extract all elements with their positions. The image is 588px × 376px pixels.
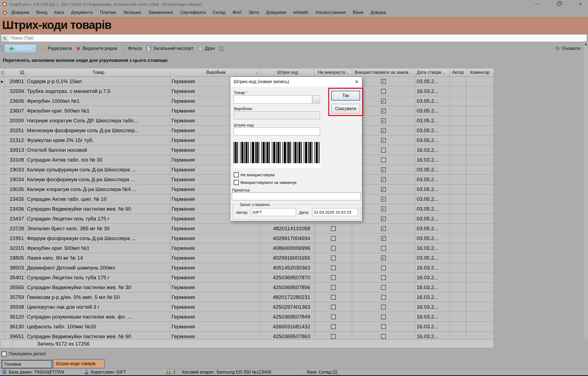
table-row[interactable]: 39651 Супрадин Ведмежуйки пастилки жев. …	[0, 332, 494, 339]
use-default-checkbox[interactable]	[381, 324, 386, 329]
not-used-checkbox[interactable]	[331, 236, 336, 241]
refresh-button[interactable]: ↻ Оновити	[555, 43, 581, 54]
use-default-checkbox[interactable]	[381, 246, 386, 251]
manufacturer-input[interactable]	[234, 111, 320, 119]
column-header-id[interactable]: ІД	[5, 68, 26, 76]
not-used-checkbox[interactable]	[331, 305, 336, 310]
table-row[interactable]: 18805 Лазея капс. 80 мг № 14 Германия 40…	[0, 253, 494, 263]
use-default-checkbox[interactable]	[381, 285, 386, 290]
show-details-checkbox[interactable]: Показувати деталі	[2, 351, 46, 356]
menu-item-13[interactable]: eHealth	[293, 10, 308, 15]
use-default-checkbox[interactable]	[381, 314, 386, 319]
use-default-checkbox[interactable]	[381, 118, 386, 123]
use-default-checkbox[interactable]	[381, 79, 386, 84]
use-default-checkbox[interactable]	[381, 226, 386, 231]
barcode-input[interactable]	[234, 128, 320, 135]
use-default-checkbox[interactable]	[381, 167, 386, 172]
column-header-manufacturer[interactable]: Виробник△	[170, 68, 261, 76]
not-used-checkbox[interactable]	[331, 285, 336, 290]
menu-item-1[interactable]: Довідник	[11, 10, 29, 15]
use-default-checkbox[interactable]	[381, 108, 386, 113]
search-input[interactable]	[8, 35, 587, 41]
use-default-dialog-checkbox[interactable]: Використовувати за замовчує	[234, 180, 297, 185]
menu-item-8[interactable]: Сертифікати	[180, 10, 206, 15]
cancel-button[interactable]: Скасувати	[331, 104, 360, 114]
ok-button[interactable]: Так	[331, 91, 360, 101]
menu-item-7[interactable]: Замовлення	[148, 10, 173, 15]
column-header-use-default[interactable]: Використовувати за замов...	[352, 68, 415, 76]
tab-product-barcodes[interactable]: Штрих-коди товарів	[53, 359, 105, 368]
menu-item-6[interactable]: Залишки	[123, 10, 141, 15]
column-chooser-header[interactable]	[0, 68, 5, 76]
scroll-up-icon[interactable]: ▲	[584, 41, 588, 46]
author-input[interactable]	[251, 208, 296, 216]
close-button[interactable]: ✕	[577, 1, 584, 7]
note-input[interactable]	[232, 192, 361, 200]
table-row[interactable]: 36130 Цефасель табл. 100мкг №20 Германия…	[0, 322, 494, 332]
not-used-checkbox[interactable]	[331, 265, 336, 270]
not-used-checkbox[interactable]	[331, 334, 336, 339]
menu-item-9[interactable]: Склад	[213, 10, 225, 15]
menu-item-3[interactable]: Каса	[54, 10, 64, 15]
add-button[interactable]: + Додати	[4, 44, 36, 53]
use-default-checkbox[interactable]	[381, 128, 386, 133]
delete-row-button[interactable]: ✖ Видалити рядок	[76, 46, 117, 51]
not-used-checkbox[interactable]	[331, 295, 336, 300]
not-used-checkbox[interactable]	[331, 324, 336, 329]
menu-item-12[interactable]: Довідники	[266, 10, 286, 15]
restore-button[interactable]	[555, 1, 562, 7]
use-default-checkbox[interactable]	[381, 138, 386, 143]
column-list-icon[interactable]	[219, 46, 223, 51]
use-default-checkbox[interactable]	[381, 334, 386, 339]
menu-item-2[interactable]: Вихід	[36, 10, 47, 15]
vertical-scrollbar[interactable]: ▲	[584, 41, 588, 339]
product-input[interactable]	[234, 95, 312, 104]
not-used-checkbox[interactable]	[331, 256, 336, 260]
column-header-created[interactable]: Дата створе...	[415, 68, 450, 76]
column-header-barcode[interactable]: Штрих код	[261, 68, 315, 76]
menu-item-15[interactable]: Вікна	[353, 10, 363, 15]
minimize-button[interactable]: —	[533, 1, 541, 7]
use-default-checkbox[interactable]	[381, 148, 386, 153]
table-row[interactable]: 35938 Циклокутан лак для ногтей 3 г Герм…	[0, 302, 494, 312]
product-lookup-button[interactable]: ...	[313, 95, 320, 104]
use-default-checkbox[interactable]	[381, 236, 386, 241]
tab-home[interactable]: Головна	[2, 360, 52, 368]
menu-item-4[interactable]: Документи	[71, 10, 93, 15]
use-default-checkbox[interactable]	[381, 216, 386, 221]
use-default-checkbox[interactable]	[381, 275, 386, 280]
use-default-checkbox[interactable]	[381, 177, 386, 182]
use-default-checkbox[interactable]	[381, 197, 386, 202]
table-row[interactable]: 35759 Гемаксам р-р д/ин. 5% амп. 5 мл № …	[0, 292, 494, 302]
menu-item-11[interactable]: Звіти	[248, 10, 259, 15]
use-default-checkbox[interactable]	[381, 265, 386, 270]
use-default-checkbox[interactable]	[381, 207, 386, 211]
column-header-author[interactable]: Автор	[450, 68, 466, 76]
use-default-checkbox[interactable]	[381, 89, 386, 94]
use-default-checkbox[interactable]	[381, 295, 386, 300]
use-default-checkbox[interactable]	[381, 256, 386, 260]
table-row[interactable]: 32315 Фрезубин ориг. 500мл №1 Германия 4…	[0, 243, 494, 253]
print-button[interactable]: Друк	[198, 46, 215, 51]
table-row[interactable]: 23728 Эпигалин брест капс. 385 мг № 30 Г…	[0, 224, 494, 234]
menu-item-14[interactable]: Налаштування	[316, 10, 346, 15]
dialog-close-icon[interactable]: ✕	[355, 79, 359, 84]
use-default-checkbox[interactable]	[381, 99, 386, 104]
not-used-checkbox[interactable]	[331, 226, 336, 231]
column-header-not-used[interactable]: Не використо...	[315, 68, 352, 76]
table-row[interactable]: 38503 Дермифант Детский шампунь 200мл Ге…	[0, 263, 494, 273]
filter-button[interactable]: Фільтр	[121, 46, 142, 52]
not-used-checkbox[interactable]	[331, 275, 336, 280]
toolbar-grip[interactable]	[1, 45, 3, 52]
menu-item-5[interactable]: Платежі	[100, 10, 116, 15]
date-input[interactable]	[312, 208, 358, 216]
not-used-checkbox[interactable]	[331, 246, 336, 251]
column-header-comment[interactable]: Коментар	[466, 68, 494, 76]
use-default-checkbox[interactable]	[381, 305, 386, 310]
use-default-checkbox[interactable]	[381, 187, 386, 192]
table-row[interactable]: 36120 Супрадин розумняшки пастилки жев. …	[0, 312, 494, 322]
menu-item-10[interactable]: Філії	[232, 10, 241, 15]
edit-button[interactable]: ✎ Редагувати	[41, 45, 72, 52]
not-used-dialog-checkbox[interactable]: Не використовува	[234, 172, 275, 177]
not-used-checkbox[interactable]	[331, 314, 336, 319]
